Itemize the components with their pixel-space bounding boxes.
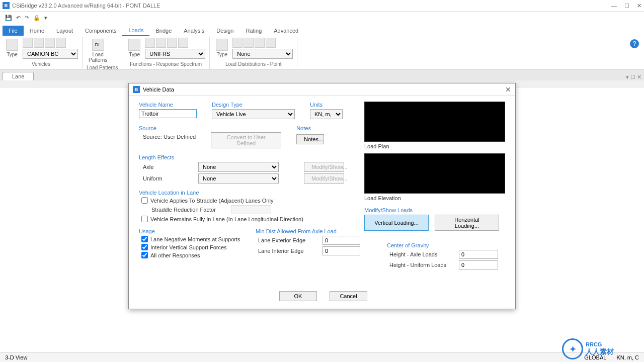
help-icon[interactable]: ? <box>630 39 639 48</box>
dist-combo[interactable]: None <box>232 49 293 59</box>
height-uni-label: Height - Uniform Loads <box>389 262 455 268</box>
maximize-button[interactable]: ☐ <box>624 3 629 9</box>
function-tool-2-icon[interactable] <box>156 38 166 48</box>
axle-modify-button: Modify/Show... <box>304 162 344 172</box>
function-tool-4-icon[interactable] <box>178 38 188 48</box>
remains-check-label: Vehicle Remains Fully In Lane (In Lane L… <box>150 216 303 222</box>
notes-button[interactable]: Notes... <box>296 134 324 144</box>
close-button[interactable]: ✕ <box>637 3 641 9</box>
straddle-check-label: Vehicle Applies To Straddle (Adjacent) L… <box>150 198 273 204</box>
vehicle-tool-2-icon[interactable] <box>34 38 44 48</box>
load-elevation-preview <box>364 153 505 194</box>
save-icon[interactable]: 💾 <box>5 15 12 21</box>
load-elev-label: Load Elevation <box>364 195 505 201</box>
watermark-logo: ✦ RRCG 人人素材 <box>562 338 614 359</box>
vehicle-name-label: Vehicle Name <box>139 102 197 108</box>
units-select[interactable]: KN, m, C <box>310 109 343 119</box>
menu-layout[interactable]: Layout <box>50 26 79 36</box>
min-dist-label: Min Dist Allowed From Axle Load <box>256 228 360 234</box>
remains-checkbox[interactable] <box>141 216 148 222</box>
type-dist-button[interactable]: Type <box>214 38 230 58</box>
axle-label: Axle <box>143 164 173 170</box>
vehicle-tool-1-icon[interactable] <box>23 38 33 48</box>
load-patterns-group-label: Load Patterns <box>87 64 118 71</box>
menu-analysis[interactable]: Analysis <box>178 26 210 36</box>
notes-section-label: Notes <box>296 125 324 131</box>
usage-label: Usage <box>139 228 248 234</box>
height-uni-input[interactable] <box>459 260 498 269</box>
usage-neg-label: Lane Negative Moments at Supports <box>150 236 240 242</box>
vehicles-combo[interactable]: CAMION BC <box>23 49 78 59</box>
vehicle-data-dialog: B Vehicle Data ✕ Vehicle Name Design Typ… <box>128 83 516 309</box>
usage-other-label: All other Responses <box>150 252 200 258</box>
axle-select[interactable]: None <box>198 162 279 172</box>
dist-tool-4-icon[interactable] <box>266 38 276 48</box>
dist-tool-2-icon[interactable] <box>244 38 254 48</box>
lane-ext-input[interactable] <box>323 236 360 245</box>
menu-components[interactable]: Components <box>79 26 122 36</box>
vehicle-name-input[interactable] <box>139 109 197 118</box>
menu-advanced[interactable]: Advanced <box>268 26 304 36</box>
functions-combo[interactable]: UNIFRS <box>145 49 205 59</box>
height-axle-label: Height - Axle Loads <box>389 251 455 257</box>
tab-restore-icon[interactable]: ☐ <box>630 74 635 80</box>
location-label: Vehicle Location in Lane <box>139 190 360 196</box>
status-units[interactable]: KN, m, C <box>616 354 639 360</box>
dist-tool-3-icon[interactable] <box>255 38 265 48</box>
menu-rating[interactable]: Rating <box>239 26 268 36</box>
tab-dropdown-icon[interactable]: ▾ <box>626 74 629 80</box>
menu-loads[interactable]: Loads <box>122 25 149 36</box>
menubar: File Home Layout Components Loads Bridge… <box>0 24 644 37</box>
menu-bridge[interactable]: Bridge <box>149 26 178 36</box>
vehicle-tool-3-icon[interactable] <box>45 38 55 48</box>
uniform-select[interactable]: None <box>198 173 279 184</box>
dialog-icon: B <box>133 86 140 93</box>
design-type-select[interactable]: Vehicle Live <box>212 109 295 119</box>
source-section-label: Source <box>139 125 196 131</box>
dist-tool-1-icon[interactable] <box>232 38 243 48</box>
cancel-button[interactable]: Cancel <box>330 291 367 301</box>
redo-icon[interactable]: ↷ <box>25 15 29 21</box>
type-vehicle-button[interactable]: Type <box>4 38 20 58</box>
usage-other-checkbox[interactable] <box>141 252 148 258</box>
lane-ext-label: Lane Exterior Edge <box>258 237 318 243</box>
lock-icon[interactable]: 🔒 <box>33 15 40 21</box>
horizontal-loading-button[interactable]: Horizontal Loading... <box>435 215 499 231</box>
convert-button: Convert to User Defined <box>211 132 281 148</box>
load-patterns-button[interactable]: DL Load Patterns <box>87 38 109 64</box>
function-tool-3-icon[interactable] <box>167 38 177 48</box>
straddle-checkbox[interactable] <box>141 197 148 204</box>
units-label: Units <box>310 102 343 108</box>
length-effects-label: Length Effects <box>139 154 360 160</box>
uniform-label: Uniform <box>143 175 173 182</box>
minimize-button[interactable]: — <box>611 3 617 9</box>
vehicle-tool-4-icon[interactable] <box>56 38 66 48</box>
functions-group-label: Functions - Response Spectrum <box>126 60 205 68</box>
dialog-titlebar: B Vehicle Data ✕ <box>129 83 515 96</box>
titlebar: B CSiBridge v23.2.0 Advanced w/Rating 64… <box>0 0 644 12</box>
app-title: CSiBridge v23.2.0 Advanced w/Rating 64-b… <box>12 3 160 9</box>
ok-button[interactable]: OK <box>279 291 317 301</box>
statusbar: 3-D View GLOBAL KN, m, C <box>0 352 644 362</box>
menu-design[interactable]: Design <box>210 26 239 36</box>
cog-label: Center of Gravity <box>387 242 503 248</box>
vertical-loading-button[interactable]: Vertical Loading... <box>364 215 429 231</box>
lane-int-input[interactable] <box>323 246 360 255</box>
tab-lane[interactable]: Lane <box>3 72 34 80</box>
menu-file[interactable]: File <box>3 26 24 36</box>
qat-dropdown-icon[interactable]: ▾ <box>44 15 47 21</box>
dialog-close-icon[interactable]: ✕ <box>505 85 511 94</box>
undo-icon[interactable]: ↶ <box>16 15 21 21</box>
usage-neg-checkbox[interactable] <box>141 236 148 242</box>
type-function-button[interactable]: Type <box>126 38 142 58</box>
function-tool-1-icon[interactable] <box>145 38 155 48</box>
height-axle-input[interactable] <box>459 250 498 259</box>
menu-home[interactable]: Home <box>24 26 50 36</box>
design-type-label: Design Type <box>212 102 295 108</box>
tab-close-icon[interactable]: ✕ <box>637 74 641 80</box>
app-icon: B <box>3 2 10 9</box>
usage-int-checkbox[interactable] <box>141 244 148 250</box>
load-plan-label: Load Plan <box>364 143 505 149</box>
dist-group-label: Load Distributions - Point <box>214 60 293 68</box>
uniform-modify-button: Modify/Show... <box>304 173 344 184</box>
